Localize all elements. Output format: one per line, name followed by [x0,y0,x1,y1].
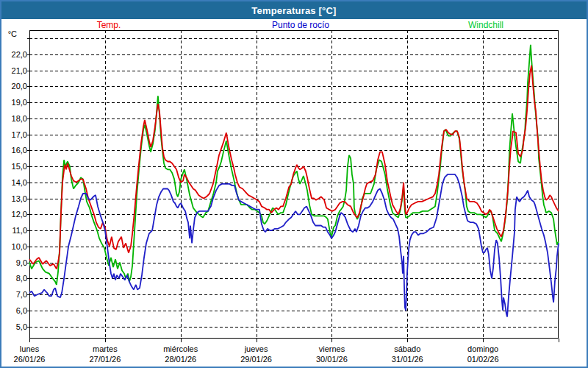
y-axis-tick-label: 17,0 [12,130,27,139]
temperature-chart: 22,021,020,019,018,017,016,015,014,013,0… [1,1,587,367]
y-axis-tick-label: 15,0 [12,162,27,171]
y-axis-tick-label: 20,0 [12,82,27,91]
plot-area [29,30,559,339]
y-axis-unit-label: °C [8,29,17,38]
y-axis-tick-label: 14,0 [12,178,27,187]
y-axis-tick-label: 16,0 [12,146,27,155]
y-axis-tick-label: 8,0 [16,274,27,283]
y-axis-tick-label: 22,0 [12,50,27,59]
y-axis-tick-label: 19,0 [12,98,27,107]
y-axis-tick-label: 18,0 [12,114,27,123]
y-axis-tick-label: 5,0 [16,322,27,331]
x-axis-date-label: 27/01/26 [89,355,121,364]
x-axis-day-label: sábado [394,344,420,353]
x-axis-day-label: miércoles [163,344,198,353]
x-axis-day-label: jueves [244,344,268,353]
app-window: Temperaturas [°C] Temp. Punto de rocío W… [0,0,588,368]
x-axis-date-label: 01/02/26 [467,355,499,364]
y-axis-tick-label: 10,0 [12,242,27,251]
y-axis-tick-label: 6,0 [16,306,27,315]
x-axis-day-label: domingo [467,344,498,353]
x-axis-date-label: 31/01/26 [392,355,423,364]
y-axis-tick-label: 21,0 [12,66,27,75]
x-axis-day-label: lunes [20,344,40,353]
x-axis-date-label: 29/01/26 [240,355,272,364]
y-axis-tick-label: 11,0 [12,226,27,235]
y-axis-tick-label: 13,0 [12,194,27,203]
y-axis-tick-label: 9,0 [16,258,27,267]
x-axis-day-label: martes [93,344,118,353]
y-axis-tick-label: 12,0 [12,210,27,219]
y-axis-tick-label: 7,0 [16,290,27,299]
x-axis-date-label: 30/01/26 [316,355,348,364]
x-axis-day-label: viernes [319,344,345,353]
x-axis-date-label: 28/01/26 [165,355,196,364]
x-axis-date-label: 26/01/26 [14,355,46,364]
